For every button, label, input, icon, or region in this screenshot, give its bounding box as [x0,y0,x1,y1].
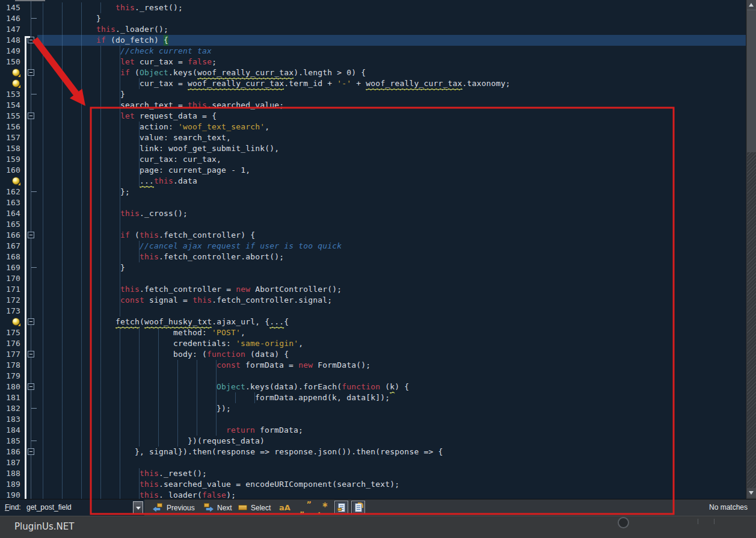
line-number[interactable]: 146 [0,13,23,24]
fold-margin[interactable] [23,13,37,24]
code-line-25: 170 [0,273,746,284]
regex-toggle[interactable]: . ∗ [318,499,328,516]
indent-guides [38,338,173,349]
regex-star-icon: ∗ [322,500,328,509]
indent-guides [38,479,140,490]
line-number[interactable]: 187 [0,457,23,468]
fold-end-tick [31,267,37,268]
fold-collapse-button[interactable] [28,69,34,76]
code-area: 145this._reset();146}147this._loader();1… [0,2,746,499]
line-number[interactable]: 153 [0,89,23,100]
line-number[interactable]: 160 [0,165,23,176]
bookmark-icon [12,69,20,76]
line-number[interactable]: 164 [0,208,23,219]
line-number[interactable]: 169 [0,262,23,273]
bookmark-margin[interactable] [0,317,23,327]
fold-margin[interactable] [23,24,37,35]
code-text: cur_tax: cur_tax, [37,154,746,165]
find-previous-button[interactable]: Previous [153,499,195,516]
line-number[interactable]: 177 [0,349,23,360]
line-number[interactable]: 170 [0,273,23,284]
change-marker-hook [25,36,30,38]
line-number[interactable]: 172 [0,295,23,306]
code-text: formData.append(k, data[k]); [37,392,746,403]
line-number[interactable]: 162 [0,187,23,197]
line-number[interactable]: 158 [0,143,23,154]
code-text: } [37,262,746,273]
triangle-down-icon [749,491,754,495]
line-number[interactable]: 148 [0,35,23,46]
line-number[interactable]: 188 [0,468,23,479]
find-dropdown-button[interactable] [133,501,143,514]
code-line-21: 166if (this.fetch_controller) { [0,230,746,241]
fold-collapse-button[interactable] [28,113,34,119]
indent-guides [38,327,173,338]
bookmark-margin[interactable] [0,78,23,89]
line-number[interactable]: 173 [0,306,23,317]
code-text: fetch(woof_husky_txt.ajax_url, {...{ [37,317,746,327]
code-line-12: 157value: search_text, [0,132,746,143]
preserve-case-toggle[interactable] [351,501,365,515]
line-number[interactable]: 168 [0,252,23,262]
find-label: Find: [5,499,21,516]
line-number[interactable]: 181 [0,392,23,403]
line-number[interactable]: 190 [0,490,23,499]
code-text: cur_tax = woof_really_curr_tax.term_id +… [37,78,746,89]
line-number[interactable]: 157 [0,132,23,143]
code-text: let cur_tax = false; [37,57,746,67]
fold-collapse-button[interactable] [28,318,34,325]
code-editor[interactable]: 145this._reset();146}147this._loader();1… [0,0,746,499]
code-text: this.fetch_controller = new AbortControl… [37,284,746,295]
line-number[interactable]: 185 [0,436,23,447]
line-number[interactable]: 149 [0,46,23,57]
find-select-button[interactable]: Select [238,499,271,516]
scroll-down-button[interactable] [747,488,756,498]
code-line-26: 171this.fetch_controller = new AbortCont… [0,284,746,295]
code-line-43: 188this._reset(); [0,468,746,479]
line-number[interactable]: 163 [0,197,23,208]
fold-end-tick [31,441,37,441]
indent-guides [38,349,173,360]
line-number[interactable]: 159 [0,154,23,165]
line-number[interactable]: 165 [0,219,23,230]
fold-collapse-button[interactable] [28,351,34,357]
fold-margin[interactable] [23,2,37,13]
whole-word-toggle[interactable]: „ ” [300,499,312,516]
fold-collapse-button[interactable] [28,448,34,455]
line-number[interactable]: 183 [0,414,23,425]
line-number[interactable]: 182 [0,403,23,414]
highlight-all-toggle[interactable] [334,501,348,515]
scroll-track[interactable] [747,152,756,488]
line-number[interactable]: 178 [0,360,23,371]
code-text: this._cross(); [37,208,746,219]
line-number[interactable]: 155 [0,111,23,122]
find-combobox[interactable]: Find: [0,499,144,516]
line-number[interactable]: 147 [0,24,23,35]
line-number[interactable]: 167 [0,241,23,252]
fold-collapse-button[interactable] [28,232,34,238]
bookmark-margin[interactable] [0,67,23,78]
vertical-scrollbar[interactable] [746,0,756,499]
find-input[interactable] [26,502,129,513]
indent-guides [38,89,120,100]
line-number[interactable]: 156 [0,122,23,132]
scroll-up-button[interactable] [747,0,756,10]
line-number[interactable]: 150 [0,57,23,67]
match-case-toggle[interactable]: aA [279,499,290,516]
scroll-thumb[interactable] [747,10,756,152]
line-number[interactable]: 184 [0,425,23,436]
bookmark-margin[interactable] [0,176,23,187]
line-number[interactable]: 166 [0,230,23,241]
line-number[interactable]: 176 [0,338,23,349]
line-number[interactable]: 179 [0,371,23,382]
line-number[interactable]: 186 [0,447,23,457]
find-next-button[interactable]: Next [203,499,232,516]
fold-collapse-button[interactable] [28,383,34,390]
line-number[interactable]: 180 [0,382,23,392]
line-number[interactable]: 175 [0,327,23,338]
line-number[interactable]: 145 [0,2,23,13]
code-line-44: 189this.searched_value = encodeURICompon… [0,479,746,490]
line-number[interactable]: 189 [0,479,23,490]
line-number[interactable]: 154 [0,100,23,111]
line-number[interactable]: 171 [0,284,23,295]
